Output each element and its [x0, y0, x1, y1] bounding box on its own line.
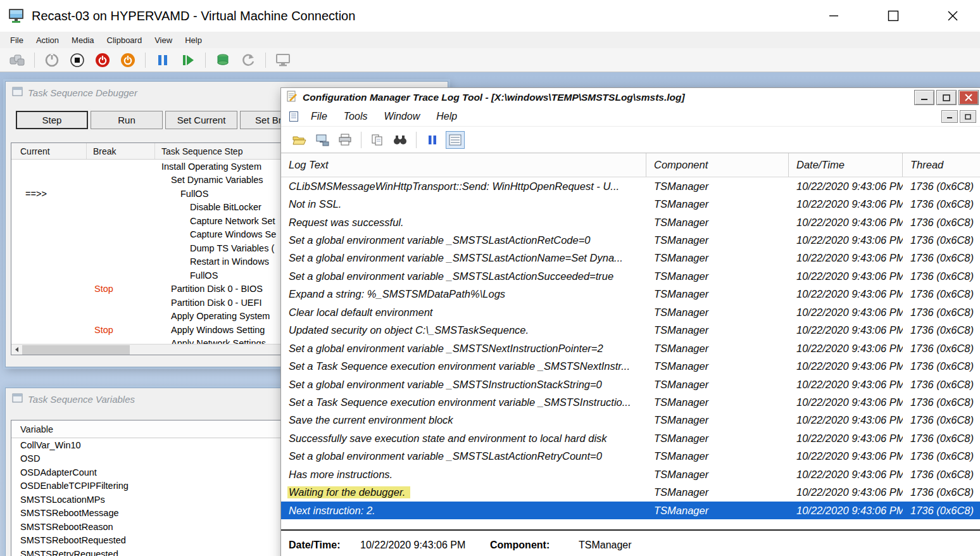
list-icon[interactable]	[446, 131, 465, 149]
log-component-cell: TSManager	[646, 217, 789, 229]
log-row[interactable]: Successfully save execution state and en…	[281, 429, 980, 447]
resume-icon[interactable]	[176, 51, 200, 70]
log-row[interactable]: Set a Task Sequence execution environmen…	[281, 393, 980, 411]
host-menu-action[interactable]: Action	[30, 35, 65, 45]
log-text-cell: Successfully save execution state and en…	[281, 433, 646, 445]
stop-icon[interactable]	[65, 51, 89, 70]
log-row[interactable]: Next instruction: 2.TSManager10/22/2020 …	[281, 502, 980, 519]
variables-window-icon	[12, 393, 23, 405]
log-text-cell: Set a Task Sequence execution environmen…	[281, 396, 646, 408]
folder-open-icon[interactable]	[290, 131, 309, 149]
log-datetime-cell: 10/22/2020 9:43:06 PM	[789, 450, 903, 462]
trace-close-button[interactable]	[958, 90, 979, 105]
log-row[interactable]: Updated security on object C:\_SMSTaskSe…	[281, 322, 980, 339]
document-icon[interactable]	[289, 111, 299, 122]
log-text-cell: Request was successful.	[281, 217, 646, 229]
scrollbar-thumb[interactable]	[22, 345, 130, 355]
log-row[interactable]: Set a global environment variable _SMSTS…	[281, 267, 980, 285]
step-break-flag: Stop	[87, 284, 155, 294]
log-thread-cell: 1736 (0x6C8)	[903, 486, 980, 498]
log-datetime-cell: 10/22/2020 9:43:06 PM	[789, 306, 903, 319]
mdi-restore-button[interactable]	[960, 110, 976, 123]
host-menu-file[interactable]: File	[4, 35, 30, 45]
log-thread-cell: 1736 (0x6C8)	[903, 360, 980, 372]
binoculars-icon[interactable]	[391, 131, 410, 149]
trace-menu-window[interactable]: Window	[375, 111, 428, 122]
computer-icon[interactable]	[313, 131, 332, 149]
log-row[interactable]: Expand a string: %_SMSTSMDataPath%\LogsT…	[281, 286, 980, 303]
trace-minimize-button[interactable]	[914, 90, 934, 105]
close-button[interactable]	[938, 3, 967, 28]
trace-menu-help[interactable]: Help	[428, 111, 465, 122]
debugger-run-button[interactable]: Run	[91, 111, 163, 129]
trace-menu-file[interactable]: File	[303, 111, 336, 122]
pause-icon[interactable]	[423, 131, 442, 149]
checkpoint-icon[interactable]	[211, 51, 235, 70]
shut-down-icon[interactable]	[116, 51, 140, 70]
column-header-datetime[interactable]: Date/Time	[789, 153, 903, 177]
minimize-button[interactable]	[819, 3, 848, 28]
turn-off-icon[interactable]	[91, 51, 115, 70]
log-text: Set a global environment variable _SMSTS…	[289, 270, 613, 282]
revert-icon[interactable]	[236, 51, 260, 70]
cmtrace-titlebar[interactable]: Configuration Manager Trace Log Tool - […	[281, 88, 980, 107]
log-datetime-cell: 10/22/2020 9:43:06 PM	[789, 217, 903, 229]
host-menu-view[interactable]: View	[148, 35, 179, 45]
ctrl-alt-del-icon[interactable]	[5, 51, 29, 70]
log-row[interactable]: Set a global environment variable _SMSTS…	[281, 250, 980, 267]
trace-menu-tools[interactable]: Tools	[336, 111, 376, 122]
log-text-cell: Has more instructions.	[281, 469, 646, 481]
host-menu-clipboard[interactable]: Clipboard	[101, 35, 149, 45]
maximize-button[interactable]	[879, 3, 908, 28]
detail-datetime-label: Date/Time:	[289, 540, 341, 551]
column-header-log-text[interactable]: Log Text	[281, 153, 646, 177]
debugger-step-button[interactable]: Step	[16, 111, 88, 129]
printer-icon[interactable]	[336, 131, 355, 149]
pause-icon[interactable]	[151, 51, 175, 70]
column-header-current[interactable]: Current	[11, 143, 87, 159]
enhanced-session-icon[interactable]	[271, 51, 295, 70]
log-text: Set a global environment variable _SMSTS…	[289, 234, 590, 246]
cmtrace-menu-items: FileToolsWindowHelp	[303, 111, 465, 122]
log-text: Save the current environment block	[289, 414, 453, 426]
scroll-left-icon[interactable]	[11, 344, 22, 355]
log-row[interactable]: Clear local default environmentTSManager…	[281, 303, 980, 321]
log-row[interactable]: Request was successful.TSManager10/22/20…	[281, 213, 980, 231]
log-thread-cell: 1736 (0x6C8)	[903, 217, 980, 229]
copy-icon[interactable]	[368, 131, 387, 149]
host-menu-help[interactable]: Help	[179, 35, 208, 45]
log-detail-pane: Date/Time: 10/22/2020 9:43:06 PM Compone…	[281, 529, 980, 556]
log-text-cell: CLibSMSMessageWinHttpTransport::Send: Wi…	[281, 180, 646, 193]
log-component-cell: TSManager	[646, 486, 789, 498]
log-row[interactable]: Set a Task Sequence execution environmen…	[281, 357, 980, 375]
toolbar-separator	[34, 53, 35, 68]
log-row[interactable]: Set a global environment variable _SMSTS…	[281, 339, 980, 357]
debugger-set-current-button[interactable]: Set Current	[165, 111, 237, 129]
column-header-component[interactable]: Component	[646, 153, 789, 177]
toolbar-separator	[265, 53, 266, 68]
log-row[interactable]: Not in SSL.TSManager10/22/2020 9:43:06 P…	[281, 195, 980, 213]
log-component-cell: TSManager	[646, 414, 789, 426]
host-menu-media[interactable]: Media	[65, 35, 100, 45]
log-row[interactable]: Has more instructions.TSManager10/22/202…	[281, 465, 980, 483]
log-row[interactable]: Set a global environment variable _SMSTS…	[281, 448, 980, 465]
log-row[interactable]: CLibSMSMessageWinHttpTransport::Send: Wi…	[281, 177, 980, 195]
column-header-thread[interactable]: Thread	[903, 153, 980, 177]
hyperv-app-icon	[8, 7, 25, 25]
log-thread-cell: 1736 (0x6C8)	[903, 252, 980, 264]
log-component-cell: TSManager	[646, 450, 789, 462]
log-text: Updated security on object C:\_SMSTaskSe…	[289, 324, 529, 336]
toolbar-separator	[361, 132, 361, 148]
start-icon[interactable]	[40, 51, 64, 70]
mdi-minimize-button[interactable]	[941, 110, 958, 123]
host-titlebar[interactable]: Recast-03 on HYPERVAMD - Virtual Machine…	[0, 0, 980, 32]
cmtrace-menubar: FileToolsWindowHelp	[281, 107, 980, 127]
log-row[interactable]: Waiting for the debugger.TSManager10/22/…	[281, 483, 980, 501]
log-thread-cell: 1736 (0x6C8)	[903, 450, 980, 462]
log-row[interactable]: Set a global environment variable _SMSTS…	[281, 231, 980, 249]
log-row[interactable]: Save the current environment blockTSMana…	[281, 412, 980, 429]
log-text-cell: Set a global environment variable _SMSTS…	[281, 379, 646, 391]
column-header-break[interactable]: Break	[87, 143, 155, 159]
trace-maximize-button[interactable]	[936, 90, 957, 105]
log-row[interactable]: Set a global environment variable _SMSTS…	[281, 376, 980, 393]
